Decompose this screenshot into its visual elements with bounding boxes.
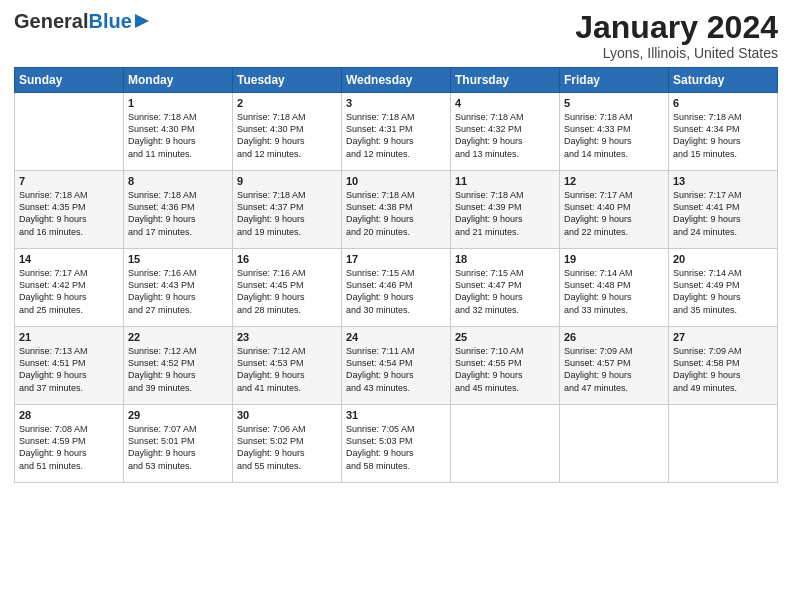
day-number: 17 [346,253,446,265]
calendar-cell [451,405,560,483]
day-number: 26 [564,331,664,343]
day-header-wednesday: Wednesday [342,68,451,93]
day-info: Sunrise: 7:09 AM Sunset: 4:57 PM Dayligh… [564,345,664,394]
calendar-cell: 22Sunrise: 7:12 AM Sunset: 4:52 PM Dayli… [124,327,233,405]
day-number: 4 [455,97,555,109]
calendar-cell: 6Sunrise: 7:18 AM Sunset: 4:34 PM Daylig… [669,93,778,171]
calendar-cell [560,405,669,483]
calendar-cell: 14Sunrise: 7:17 AM Sunset: 4:42 PM Dayli… [15,249,124,327]
day-number: 10 [346,175,446,187]
day-header-friday: Friday [560,68,669,93]
day-info: Sunrise: 7:18 AM Sunset: 4:30 PM Dayligh… [237,111,337,160]
day-number: 30 [237,409,337,421]
day-number: 8 [128,175,228,187]
day-number: 12 [564,175,664,187]
day-info: Sunrise: 7:15 AM Sunset: 4:46 PM Dayligh… [346,267,446,316]
day-number: 25 [455,331,555,343]
day-info: Sunrise: 7:18 AM Sunset: 4:33 PM Dayligh… [564,111,664,160]
day-header-saturday: Saturday [669,68,778,93]
day-info: Sunrise: 7:09 AM Sunset: 4:58 PM Dayligh… [673,345,773,394]
day-number: 14 [19,253,119,265]
day-info: Sunrise: 7:17 AM Sunset: 4:41 PM Dayligh… [673,189,773,238]
day-info: Sunrise: 7:14 AM Sunset: 4:48 PM Dayligh… [564,267,664,316]
day-info: Sunrise: 7:18 AM Sunset: 4:36 PM Dayligh… [128,189,228,238]
day-number: 6 [673,97,773,109]
calendar-cell: 24Sunrise: 7:11 AM Sunset: 4:54 PM Dayli… [342,327,451,405]
day-number: 13 [673,175,773,187]
calendar-cell: 9Sunrise: 7:18 AM Sunset: 4:37 PM Daylig… [233,171,342,249]
day-number: 15 [128,253,228,265]
calendar-cell: 23Sunrise: 7:12 AM Sunset: 4:53 PM Dayli… [233,327,342,405]
calendar-cell: 17Sunrise: 7:15 AM Sunset: 4:46 PM Dayli… [342,249,451,327]
calendar-cell [669,405,778,483]
day-info: Sunrise: 7:17 AM Sunset: 4:40 PM Dayligh… [564,189,664,238]
calendar-cell: 19Sunrise: 7:14 AM Sunset: 4:48 PM Dayli… [560,249,669,327]
day-header-thursday: Thursday [451,68,560,93]
calendar-cell: 30Sunrise: 7:06 AM Sunset: 5:02 PM Dayli… [233,405,342,483]
calendar-cell: 4Sunrise: 7:18 AM Sunset: 4:32 PM Daylig… [451,93,560,171]
day-info: Sunrise: 7:13 AM Sunset: 4:51 PM Dayligh… [19,345,119,394]
calendar-cell: 16Sunrise: 7:16 AM Sunset: 4:45 PM Dayli… [233,249,342,327]
calendar-cell: 25Sunrise: 7:10 AM Sunset: 4:55 PM Dayli… [451,327,560,405]
calendar-cell: 20Sunrise: 7:14 AM Sunset: 4:49 PM Dayli… [669,249,778,327]
day-number: 2 [237,97,337,109]
day-info: Sunrise: 7:18 AM Sunset: 4:31 PM Dayligh… [346,111,446,160]
day-number: 22 [128,331,228,343]
calendar-cell: 7Sunrise: 7:18 AM Sunset: 4:35 PM Daylig… [15,171,124,249]
calendar-cell: 18Sunrise: 7:15 AM Sunset: 4:47 PM Dayli… [451,249,560,327]
calendar-cell: 13Sunrise: 7:17 AM Sunset: 4:41 PM Dayli… [669,171,778,249]
calendar-table: SundayMondayTuesdayWednesdayThursdayFrid… [14,67,778,483]
day-number: 23 [237,331,337,343]
day-info: Sunrise: 7:16 AM Sunset: 4:45 PM Dayligh… [237,267,337,316]
day-info: Sunrise: 7:17 AM Sunset: 4:42 PM Dayligh… [19,267,119,316]
calendar-title: January 2024 [575,10,778,45]
day-number: 9 [237,175,337,187]
calendar-cell: 2Sunrise: 7:18 AM Sunset: 4:30 PM Daylig… [233,93,342,171]
calendar-cell: 8Sunrise: 7:18 AM Sunset: 4:36 PM Daylig… [124,171,233,249]
calendar-header-row: SundayMondayTuesdayWednesdayThursdayFrid… [15,68,778,93]
week-row-1: 1Sunrise: 7:18 AM Sunset: 4:30 PM Daylig… [15,93,778,171]
calendar-cell: 15Sunrise: 7:16 AM Sunset: 4:43 PM Dayli… [124,249,233,327]
calendar-cell: 28Sunrise: 7:08 AM Sunset: 4:59 PM Dayli… [15,405,124,483]
day-number: 7 [19,175,119,187]
calendar-cell: 31Sunrise: 7:05 AM Sunset: 5:03 PM Dayli… [342,405,451,483]
day-number: 3 [346,97,446,109]
logo: GeneralBlue [14,10,151,32]
calendar-cell: 1Sunrise: 7:18 AM Sunset: 4:30 PM Daylig… [124,93,233,171]
day-info: Sunrise: 7:18 AM Sunset: 4:38 PM Dayligh… [346,189,446,238]
day-header-tuesday: Tuesday [233,68,342,93]
day-info: Sunrise: 7:12 AM Sunset: 4:53 PM Dayligh… [237,345,337,394]
day-info: Sunrise: 7:14 AM Sunset: 4:49 PM Dayligh… [673,267,773,316]
svg-marker-0 [135,14,149,28]
day-info: Sunrise: 7:18 AM Sunset: 4:30 PM Dayligh… [128,111,228,160]
calendar-cell: 29Sunrise: 7:07 AM Sunset: 5:01 PM Dayli… [124,405,233,483]
day-number: 16 [237,253,337,265]
day-info: Sunrise: 7:05 AM Sunset: 5:03 PM Dayligh… [346,423,446,472]
day-number: 5 [564,97,664,109]
day-info: Sunrise: 7:16 AM Sunset: 4:43 PM Dayligh… [128,267,228,316]
day-header-sunday: Sunday [15,68,124,93]
calendar-cell [15,93,124,171]
header: GeneralBlue January 2024 Lyons, Illinois… [14,10,778,61]
week-row-2: 7Sunrise: 7:18 AM Sunset: 4:35 PM Daylig… [15,171,778,249]
day-info: Sunrise: 7:08 AM Sunset: 4:59 PM Dayligh… [19,423,119,472]
day-info: Sunrise: 7:12 AM Sunset: 4:52 PM Dayligh… [128,345,228,394]
logo-general: GeneralBlue [14,10,132,32]
day-number: 28 [19,409,119,421]
week-row-3: 14Sunrise: 7:17 AM Sunset: 4:42 PM Dayli… [15,249,778,327]
day-info: Sunrise: 7:18 AM Sunset: 4:34 PM Dayligh… [673,111,773,160]
day-number: 21 [19,331,119,343]
week-row-5: 28Sunrise: 7:08 AM Sunset: 4:59 PM Dayli… [15,405,778,483]
day-number: 11 [455,175,555,187]
calendar-cell: 11Sunrise: 7:18 AM Sunset: 4:39 PM Dayli… [451,171,560,249]
day-number: 24 [346,331,446,343]
day-number: 29 [128,409,228,421]
calendar-cell: 27Sunrise: 7:09 AM Sunset: 4:58 PM Dayli… [669,327,778,405]
logo-arrow-icon [133,12,151,30]
day-info: Sunrise: 7:07 AM Sunset: 5:01 PM Dayligh… [128,423,228,472]
calendar-cell: 3Sunrise: 7:18 AM Sunset: 4:31 PM Daylig… [342,93,451,171]
calendar-cell: 21Sunrise: 7:13 AM Sunset: 4:51 PM Dayli… [15,327,124,405]
day-number: 27 [673,331,773,343]
day-number: 18 [455,253,555,265]
day-info: Sunrise: 7:11 AM Sunset: 4:54 PM Dayligh… [346,345,446,394]
